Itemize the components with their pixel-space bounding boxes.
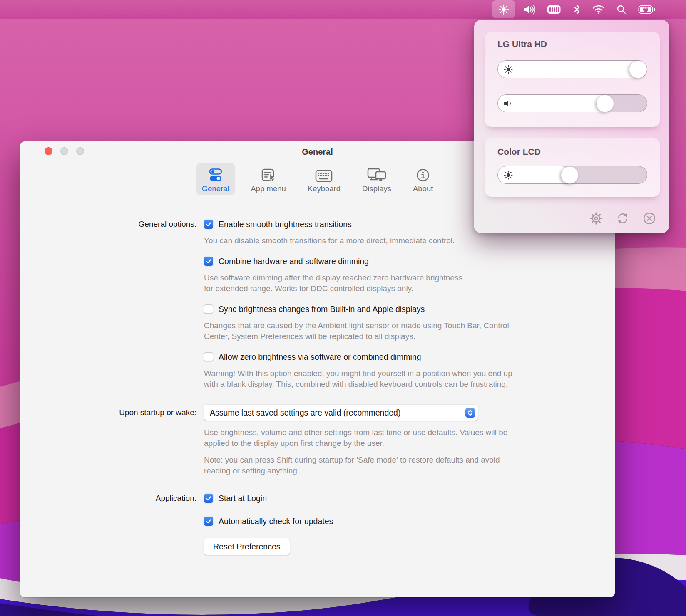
section-label: General options: xyxy=(20,219,196,390)
menubar-display-gauge-item[interactable] xyxy=(543,0,565,19)
tab-app-menu[interactable]: App menu xyxy=(246,163,291,195)
menubar-battery-item[interactable] xyxy=(634,0,659,19)
tab-keyboard[interactable]: Keyboard xyxy=(302,163,346,195)
menubar-bluetooth-item[interactable] xyxy=(569,0,584,19)
option-description: Changes that are caused by the Ambient l… xyxy=(204,320,579,342)
startup-mode-select[interactable]: Assume last saved settings are valid (re… xyxy=(204,405,478,421)
displays-popover: LG Ultra HD xyxy=(474,20,669,233)
app-menu-icon xyxy=(261,166,276,182)
menubar-brightness-item[interactable] xyxy=(492,0,515,18)
brightness-slider[interactable] xyxy=(497,166,647,184)
section-divider xyxy=(32,398,602,398)
settings-gear-icon[interactable] xyxy=(589,211,604,226)
tab-label: General xyxy=(202,184,229,193)
section-application: Application: Start at Login Automaticall… xyxy=(20,493,615,555)
chevron-up-down-icon xyxy=(465,408,475,418)
option-sync-brightness: Sync brightness changes from Built-in an… xyxy=(204,304,579,342)
section-label: Application: xyxy=(20,493,196,555)
refresh-icon[interactable] xyxy=(615,211,630,226)
option-label: Combine hardware and software dimming xyxy=(219,257,369,266)
menu-bar-status-items xyxy=(492,0,659,19)
minimize-window-button[interactable] xyxy=(60,147,68,155)
option-description: Use software dimming after the display r… xyxy=(204,272,579,294)
option-label: Allow zero brightness via software or co… xyxy=(219,352,421,362)
close-window-button[interactable] xyxy=(45,147,52,155)
section-label: Upon startup or wake: xyxy=(20,405,196,476)
section-startup: Upon startup or wake: Assume last saved … xyxy=(20,405,615,476)
battery-charging-icon xyxy=(638,5,656,15)
menu-bar xyxy=(0,0,686,19)
tab-label: App menu xyxy=(251,184,286,193)
selected-option: Assume last saved settings are valid (re… xyxy=(210,408,465,418)
option-description: You can disable smooth transitions for a… xyxy=(204,235,579,246)
toggles-icon xyxy=(209,166,223,182)
volume-slider[interactable] xyxy=(497,94,647,112)
search-icon xyxy=(616,5,626,15)
slider-knob[interactable] xyxy=(629,61,646,78)
checkbox-unchecked[interactable] xyxy=(204,304,213,314)
tab-displays[interactable]: Displays xyxy=(357,163,397,195)
displays-icon xyxy=(367,166,386,182)
display-card-color-lcd: Color LCD xyxy=(485,138,660,197)
display-name: Color LCD xyxy=(497,146,647,158)
volume-icon xyxy=(523,5,535,15)
popover-actions xyxy=(589,211,657,226)
tab-label: Keyboard xyxy=(308,184,341,193)
option-label: Enable smooth brightness transitions xyxy=(219,220,352,229)
checkbox-checked[interactable] xyxy=(204,517,213,526)
option-combine-dimming: Combine hardware and software dimming Us… xyxy=(204,256,579,294)
section-general-options: General options: Enable smooth brightnes… xyxy=(20,219,615,390)
checkbox-checked[interactable] xyxy=(204,494,213,503)
brightness-icon xyxy=(498,4,509,15)
option-label: Automatically check for updates xyxy=(219,517,333,526)
volume-icon xyxy=(503,99,513,108)
display-name: LG Ultra HD xyxy=(497,38,647,50)
menubar-wifi-item[interactable] xyxy=(589,0,609,19)
checkbox-checked[interactable] xyxy=(204,220,213,229)
brightness-slider[interactable] xyxy=(497,60,647,78)
slider-knob[interactable] xyxy=(561,166,578,183)
slider-fill xyxy=(498,61,647,78)
startup-description: Use brightness, volume and other setting… xyxy=(204,427,579,449)
display-card-lg-ultra-hd: LG Ultra HD xyxy=(485,32,660,127)
tab-label: Displays xyxy=(362,184,391,193)
traffic-lights xyxy=(45,147,84,155)
display-gauge-icon xyxy=(547,5,562,15)
zoom-window-button[interactable] xyxy=(76,147,84,155)
option-start-at-login: Start at Login xyxy=(204,493,579,503)
desktop: General General xyxy=(0,0,686,616)
wifi-icon xyxy=(592,5,605,14)
slider-fill xyxy=(498,95,610,112)
tab-about[interactable]: About xyxy=(408,163,438,195)
checkbox-checked[interactable] xyxy=(204,257,213,266)
tab-label: About xyxy=(413,184,433,193)
keyboard-icon xyxy=(315,166,333,182)
checkbox-unchecked[interactable] xyxy=(204,352,213,361)
startup-note: Note: you can press Shift during startup… xyxy=(204,455,579,476)
reset-preferences-button[interactable]: Reset Preferences xyxy=(204,538,290,555)
option-description: Warning! With this option enabled, you m… xyxy=(204,368,579,390)
bluetooth-icon xyxy=(573,4,581,15)
section-divider xyxy=(32,484,602,484)
option-label: Start at Login xyxy=(219,494,267,503)
brightness-icon xyxy=(503,170,513,180)
option-auto-updates: Automatically check for updates xyxy=(204,516,579,526)
slider-knob[interactable] xyxy=(597,95,614,112)
menubar-spotlight-item[interactable] xyxy=(613,0,630,19)
menubar-volume-item[interactable] xyxy=(519,0,539,19)
window-content: General options: Enable smooth brightnes… xyxy=(20,219,615,555)
option-label: Sync brightness changes from Built-in an… xyxy=(219,304,425,314)
close-icon[interactable] xyxy=(642,211,657,226)
tab-general[interactable]: General xyxy=(196,163,235,195)
info-icon xyxy=(416,166,430,182)
brightness-icon xyxy=(503,64,513,74)
option-zero-brightness: Allow zero brightness via software or co… xyxy=(204,352,579,390)
